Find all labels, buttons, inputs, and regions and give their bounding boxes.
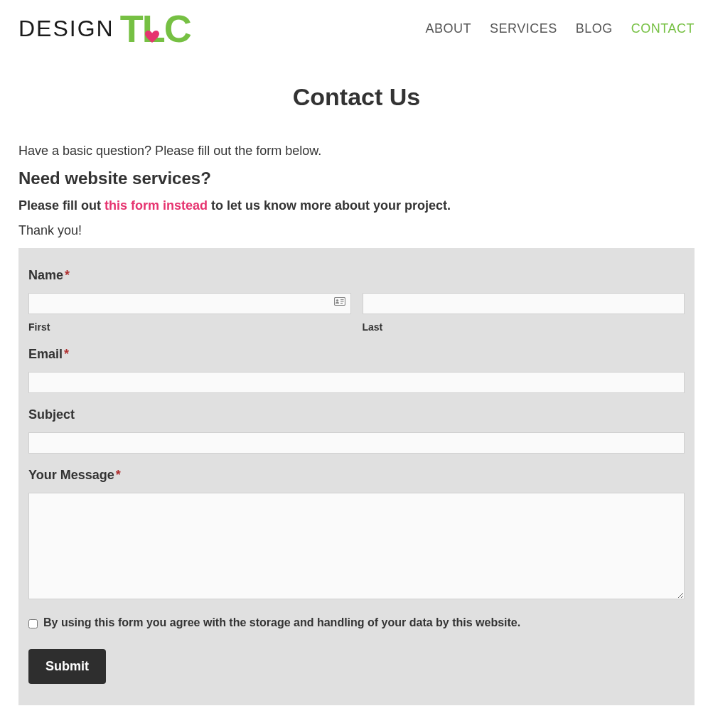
field-name: Name* [28, 268, 685, 333]
contact-form: Name* [18, 248, 695, 705]
field-email: Email* [28, 347, 685, 393]
intro-form-link[interactable]: this form instead [104, 198, 208, 213]
subject-input[interactable] [28, 432, 685, 454]
required-marker: * [65, 268, 70, 282]
last-name-input[interactable] [363, 293, 685, 314]
site-header: DESIGN TLC ABOUT SERVICES BLOG CONTACT [18, 7, 695, 63]
intro-thank-you: Thank you! [18, 223, 695, 238]
heart-icon [145, 13, 159, 48]
nav-services[interactable]: SERVICES [490, 21, 557, 36]
nav-about[interactable]: ABOUT [426, 21, 472, 36]
contact-card-icon [334, 297, 345, 310]
submit-button[interactable]: Submit [28, 649, 106, 684]
intro-basic-question: Have a basic question? Please fill out t… [18, 144, 695, 159]
intro-please-fill: Please fill out this form instead to let… [18, 198, 695, 213]
logo[interactable]: DESIGN TLC [18, 11, 191, 46]
first-name-input[interactable] [28, 293, 351, 314]
main-nav: ABOUT SERVICES BLOG CONTACT [426, 21, 695, 36]
name-label: Name* [28, 268, 685, 283]
email-input[interactable] [28, 372, 685, 393]
logo-tlc-text: TLC [120, 11, 191, 46]
email-label: Email* [28, 347, 685, 362]
message-textarea[interactable] [28, 493, 685, 599]
page-title: Contact Us [18, 83, 695, 111]
intro-section: Have a basic question? Please fill out t… [18, 144, 695, 238]
intro-need-services-heading: Need website services? [18, 168, 695, 188]
logo-design-text: DESIGN [18, 16, 114, 42]
field-subject: Subject [28, 407, 685, 454]
nav-blog[interactable]: BLOG [576, 21, 613, 36]
field-message: Your Message* [28, 468, 685, 602]
message-label: Your Message* [28, 468, 685, 483]
last-sublabel: Last [363, 321, 685, 333]
consent-checkbox[interactable] [28, 619, 38, 628]
consent-label[interactable]: By using this form you agree with the st… [43, 616, 520, 629]
required-marker: * [116, 468, 121, 482]
consent-row: By using this form you agree with the st… [28, 616, 685, 629]
first-sublabel: First [28, 321, 351, 333]
required-marker: * [64, 347, 69, 361]
svg-point-1 [336, 299, 338, 301]
nav-contact[interactable]: CONTACT [631, 21, 695, 36]
subject-label: Subject [28, 407, 685, 422]
